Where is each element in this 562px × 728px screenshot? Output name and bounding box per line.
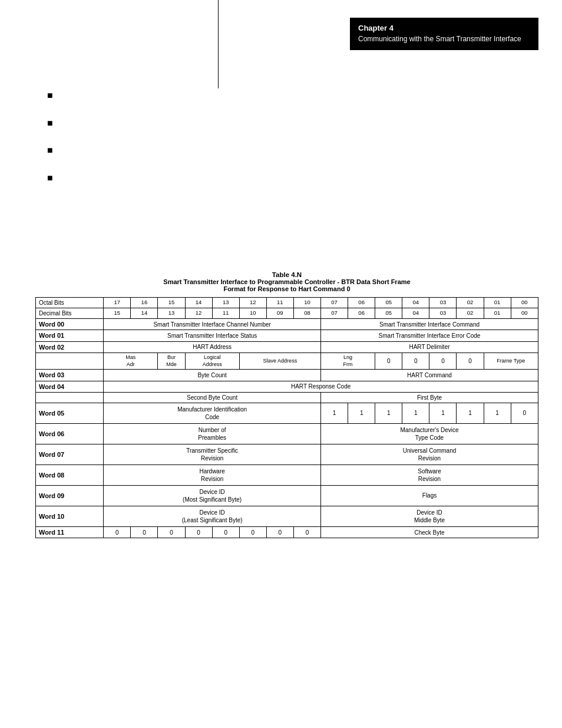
word-02-row: Word 02 HART Address HART Delimiter (36, 341, 538, 353)
word-09-right: Flags (321, 485, 538, 506)
word-02-frame-type: Frame Type (484, 353, 538, 369)
octal-high-7: 10 (293, 298, 320, 308)
word-03-left: Byte Count (104, 370, 321, 381)
word-07-left: Transmitter SpecificRevision (104, 444, 321, 465)
word-06-row: Word 06 Number ofPreambles Manufacturer'… (36, 423, 538, 444)
octal-high-4: 13 (212, 298, 239, 308)
word-10-right: Device IDMiddle Byte (321, 506, 538, 526)
word-05-bit7: 1 (484, 403, 511, 423)
word-05-bit4: 1 (402, 403, 429, 423)
word-04-second: Second Byte Count (104, 392, 321, 403)
word-11-bit4: 0 (212, 526, 239, 538)
chapter-label: Chapter 4 (358, 24, 530, 32)
decimal-high-7: 08 (293, 308, 320, 319)
word-02-label: Word 02 (36, 341, 104, 353)
octal-high-5: 12 (239, 298, 266, 308)
decimal-low-0: 07 (321, 308, 348, 319)
word-05-bit6: 1 (457, 403, 484, 423)
bullet-icon: ■ (47, 145, 53, 156)
decimal-high-6: 09 (266, 308, 293, 319)
decimal-low-1: 06 (348, 308, 375, 319)
page-container: Chapter 4 Communicating with the Smart T… (0, 0, 562, 728)
octal-low-6: 01 (484, 298, 511, 308)
word-00-row: Word 00 Smart Transmitter Interface Chan… (36, 319, 538, 330)
bullet-icon: ■ (47, 173, 53, 183)
bullet-text (59, 119, 61, 129)
octal-low-3: 04 (402, 298, 429, 308)
word-05-label: Word 05 (36, 403, 104, 423)
word-11-bit6: 0 (266, 526, 293, 538)
word-02-bit0a: 0 (375, 353, 402, 369)
octal-high-6: 11 (266, 298, 293, 308)
word-02-sub-empty (36, 353, 104, 369)
table-section: Table 4.N Smart Transmitter Interface to… (35, 271, 538, 538)
word-11-bit7: 0 (293, 526, 320, 538)
decimal-low-4: 03 (429, 308, 457, 319)
bullet-text (59, 91, 61, 101)
word-04-full: HART Response Code (104, 381, 538, 392)
word-11-label: Word 11 (36, 526, 104, 538)
word-01-left: Smart Transmitter Interface Status (104, 330, 321, 341)
word-11-bit0: 0 (104, 526, 131, 538)
octal-low-7: 00 (511, 298, 538, 308)
word-02-left: HART Address (104, 341, 321, 353)
word-04-sub-empty (36, 392, 104, 403)
word-08-right: SoftwareRevision (321, 465, 538, 485)
word-02-slave: Slave Address (239, 353, 320, 369)
word-06-right: Manufacturer's DeviceType Code (321, 423, 538, 444)
bullet-icon: ■ (47, 118, 53, 129)
decimal-low-5: 02 (457, 308, 484, 319)
word-04-row: Word 04 HART Response Code (36, 381, 538, 392)
word-02-bit0d: 0 (457, 353, 484, 369)
word-08-left: HardwareRevision (104, 465, 321, 485)
word-08-label: Word 08 (36, 465, 104, 485)
word-07-row: Word 07 Transmitter SpecificRevision Uni… (36, 444, 538, 465)
octal-high-3: 14 (185, 298, 212, 308)
bullet-text (59, 174, 61, 184)
octal-high-1: 16 (131, 298, 158, 308)
list-item: ■ (47, 146, 538, 156)
word-01-row: Word 01 Smart Transmitter Interface Stat… (36, 330, 538, 341)
word-02-logical: LogicalAddress (185, 353, 239, 369)
word-07-right: Universal CommandRevision (321, 444, 538, 465)
decimal-low-3: 04 (402, 308, 429, 319)
word-04-sub-row: Second Byte Count First Byte (36, 392, 538, 403)
decimal-low-6: 01 (484, 308, 511, 319)
word-09-label: Word 09 (36, 485, 104, 506)
word-11-right: Check Byte (321, 526, 538, 538)
word-11-bit3: 0 (185, 526, 212, 538)
decimal-high-2: 13 (158, 308, 185, 319)
decimal-bits-row: Decimal Bits 15 14 13 12 11 10 09 08 07 … (36, 308, 538, 319)
word-10-label: Word 10 (36, 506, 104, 526)
octal-low-4: 03 (429, 298, 457, 308)
decimal-high-3: 12 (185, 308, 212, 319)
vertical-divider (218, 0, 219, 88)
octal-high-2: 15 (158, 298, 185, 308)
word-02-right: HART Delimiter (321, 341, 538, 353)
bullet-icon: ■ (47, 90, 53, 101)
decimal-label: Decimal Bits (36, 308, 104, 319)
word-02-bit0c: 0 (429, 353, 457, 369)
word-01-right: Smart Transmitter Interface Error Code (321, 330, 538, 341)
list-item: ■ (47, 119, 538, 129)
word-03-right: HART Command (321, 370, 538, 381)
caption-line1: Table 4.N (35, 271, 538, 278)
decimal-high-5: 10 (239, 308, 266, 319)
word-02-bit0b: 0 (402, 353, 429, 369)
word-05-row: Word 05 Manufacturer IdentificationCode … (36, 403, 538, 423)
word-09-left: Device ID(Most Significant Byte) (104, 485, 321, 506)
chapter-header: Chapter 4 Communicating with the Smart T… (350, 18, 538, 50)
caption-line2: Smart Transmitter Interface to Programma… (35, 278, 538, 285)
word-05-left: Manufacturer IdentificationCode (104, 403, 321, 423)
octal-label: Octal Bits (36, 298, 104, 308)
octal-low-1: 06 (348, 298, 375, 308)
word-02-lng: LngFrm (321, 353, 375, 369)
word-06-left: Number ofPreambles (104, 423, 321, 444)
word-11-bit5: 0 (239, 526, 266, 538)
word-00-left: Smart Transmitter Interface Channel Numb… (104, 319, 321, 330)
octal-low-2: 05 (375, 298, 402, 308)
word-09-row: Word 09 Device ID(Most Significant Byte)… (36, 485, 538, 506)
word-02-bur: BurMde (158, 353, 185, 369)
word-04-label: Word 04 (36, 381, 104, 392)
word-11-bit1: 0 (131, 526, 158, 538)
